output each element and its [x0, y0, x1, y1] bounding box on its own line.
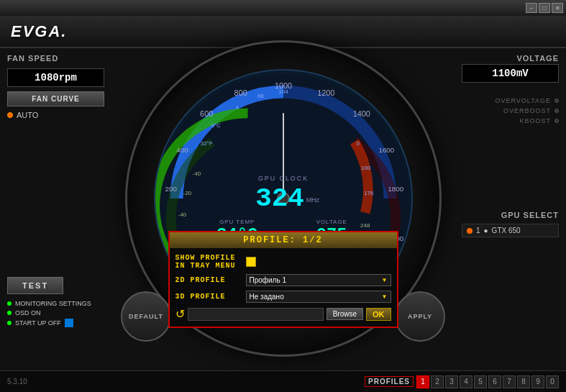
profile-tab-2[interactable]: 2	[431, 375, 444, 388]
svg-text:600: 600	[200, 109, 213, 118]
svg-text:324: 324	[255, 183, 304, 214]
profile-tab-1[interactable]: 1	[416, 375, 429, 388]
svg-text:400: 400	[176, 146, 188, 154]
profile-panel: PROFILE: 1/2 SHOW PROFILE IN TRAY MENU 2…	[168, 231, 398, 328]
svg-text:1600: 1600	[378, 146, 394, 154]
svg-text:32°F: 32°F	[200, 140, 212, 147]
overvoltage-option: OVERVOLTAGE	[495, 97, 559, 104]
svg-text:0°C: 0°C	[211, 122, 221, 129]
profile-tab-3[interactable]: 3	[445, 375, 458, 388]
monitoring-dot	[7, 301, 12, 306]
show-profile-checkbox[interactable]	[246, 257, 256, 267]
3d-select-arrow: ▼	[382, 293, 388, 300]
right-panel: VOLTAGE 1100mV OVERVOLTAGE OVERBOOST KBO…	[455, 48, 566, 243]
overboost-dot	[554, 109, 559, 113]
profile-tab-6[interactable]: 6	[488, 375, 501, 388]
monitoring-settings[interactable]: MONITORING SETTINGS	[7, 300, 91, 307]
auto-radio[interactable]	[7, 112, 13, 118]
profile-tab-0[interactable]: 0	[546, 375, 559, 388]
2d-profile-row: 2D PROFILE Профиль 1 ▼	[175, 274, 391, 286]
svg-text:-20: -20	[183, 190, 191, 196]
ok-button[interactable]: OK	[366, 308, 391, 321]
profile-tab-5[interactable]: 5	[474, 375, 487, 388]
monitoring-label: MONITORING SETTINGS	[15, 300, 91, 307]
svg-text:176: 176	[364, 190, 374, 196]
startup-option[interactable]: START UP OFF	[7, 319, 91, 327]
gpu-select-title: GPU SELECT	[462, 211, 559, 219]
3d-profile-label: 3D PROFILE	[175, 293, 240, 301]
gpu-icon: ●	[484, 227, 488, 234]
bottom-left-controls: TEST MONITORING SETTINGS OSD ON START UP…	[7, 277, 91, 327]
voltage-value: 1100mV	[462, 64, 559, 83]
gpu-indicator	[467, 228, 473, 234]
close-button[interactable]: ✕	[552, 3, 563, 13]
startup-label: START UP OFF	[15, 319, 61, 327]
maximize-button[interactable]: □	[539, 3, 550, 13]
content-area: FAN SPEED 1080rpm FAN CURVE AUTO VOLTAGE…	[0, 48, 566, 370]
profile-tab-8[interactable]: 8	[517, 375, 530, 388]
gpu-item[interactable]: 1 ● GTX 650	[462, 224, 559, 237]
right-options: OVERVOLTAGE OVERBOOST KBOOST	[462, 97, 559, 124]
2d-select-arrow: ▼	[382, 277, 388, 283]
3d-profile-row: 3D PROFILE Не задано ▼	[175, 291, 391, 303]
svg-text:4: 4	[235, 104, 239, 111]
back-icon[interactable]: ↺	[175, 307, 185, 321]
browse-button[interactable]: Browse	[327, 308, 363, 320]
profile-title: PROFILE: 1/2	[170, 232, 397, 248]
svg-text:104: 104	[278, 88, 288, 95]
overboost-option: OVERBOOST	[503, 107, 559, 114]
3d-profile-value: Не задано	[250, 293, 284, 301]
svg-text:GPU TEMP: GPU TEMP	[219, 219, 255, 225]
fan-speed-value: 1080rpm	[7, 68, 104, 87]
profile-tab-4[interactable]: 4	[460, 375, 473, 388]
gpu-name: GTX 650	[492, 227, 521, 234]
title-bar-buttons: − □ ✕	[526, 3, 563, 13]
kboost-label: KBOOST	[519, 117, 551, 124]
test-button[interactable]: TEST	[7, 277, 63, 294]
kboost-option: KBOOST	[519, 117, 559, 124]
gpu-number: 1	[476, 227, 480, 234]
profile-tabs: 1 2 3 4 5 6 7 8 9 0	[416, 375, 559, 388]
windows-icon	[65, 319, 73, 327]
svg-text:1800: 1800	[388, 185, 403, 193]
svg-text:100: 100	[361, 165, 371, 171]
svg-text:68: 68	[257, 93, 263, 99]
apply-button[interactable]: APPLY	[395, 291, 445, 342]
profiles-label: PROFILES	[365, 376, 414, 387]
fan-speed-label: FAN SPEED	[7, 54, 104, 63]
version-text: 5.3.10	[7, 378, 27, 386]
file-input[interactable]	[188, 308, 324, 321]
svg-text:1400: 1400	[352, 109, 370, 118]
voltage-label: VOLTAGE	[462, 54, 559, 63]
default-button[interactable]: DEFAULT	[121, 291, 171, 342]
profile-tab-9[interactable]: 9	[531, 375, 544, 388]
svg-text:800: 800	[234, 88, 247, 97]
auto-option[interactable]: AUTO	[7, 111, 104, 119]
minimize-button[interactable]: −	[526, 3, 537, 13]
show-profile-label: SHOW PROFILE IN TRAY MENU	[175, 254, 240, 270]
startup-dot	[7, 321, 12, 325]
main-container: EVGA. FAN SPEED 1080rpm FAN CURVE AUTO V…	[0, 16, 566, 392]
2d-profile-select[interactable]: Профиль 1 ▼	[246, 274, 391, 286]
overboost-label: OVERBOOST	[503, 107, 551, 114]
2d-profile-value: Профиль 1	[250, 276, 287, 284]
osd-label: OSD ON	[15, 309, 41, 316]
osd-option[interactable]: OSD ON	[7, 309, 91, 316]
svg-text:-40: -40	[192, 170, 201, 177]
kboost-dot	[554, 119, 559, 123]
3d-profile-select[interactable]: Не задано ▼	[246, 291, 391, 303]
overvoltage-label: OVERVOLTAGE	[495, 97, 551, 104]
title-bar: − □ ✕	[0, 0, 566, 16]
profile-tab-7[interactable]: 7	[503, 375, 516, 388]
svg-text:0: 0	[356, 140, 360, 147]
2d-profile-label: 2D PROFILE	[175, 276, 240, 284]
monitor-options: MONITORING SETTINGS OSD ON START UP OFF	[7, 300, 91, 327]
file-row: ↺ Browse OK	[175, 307, 391, 321]
svg-text:GPU CLOCK: GPU CLOCK	[257, 175, 308, 182]
gpu-select-panel: GPU SELECT 1 ● GTX 650	[462, 211, 559, 237]
svg-text:248: 248	[360, 222, 370, 229]
show-profile-row: SHOW PROFILE IN TRAY MENU	[175, 254, 391, 270]
fan-curve-button[interactable]: FAN CURVE	[7, 91, 104, 106]
profile-body: SHOW PROFILE IN TRAY MENU 2D PROFILE Про…	[170, 248, 397, 327]
osd-dot	[7, 311, 12, 315]
